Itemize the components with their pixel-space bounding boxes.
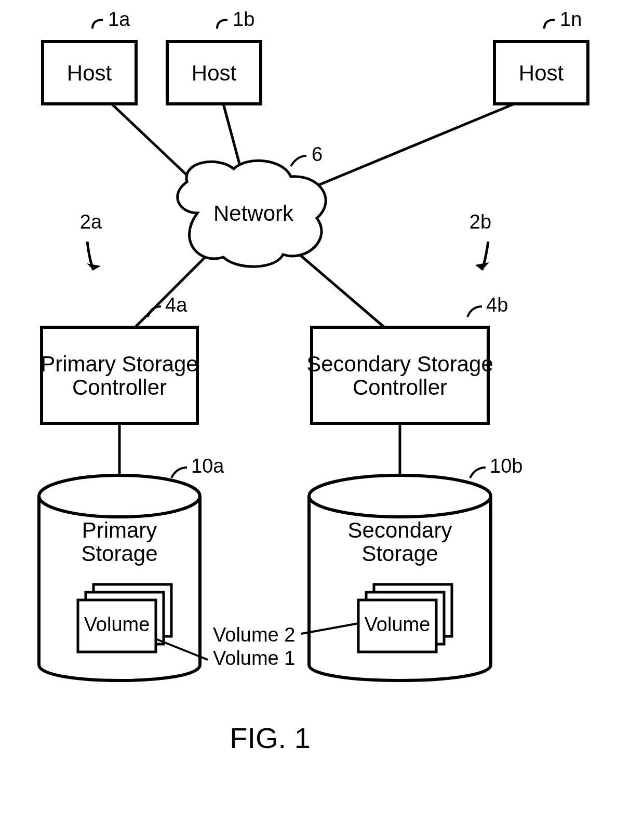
figure-caption: FIG. 1 bbox=[230, 722, 311, 754]
primary-controller-line2: Controller bbox=[72, 375, 167, 399]
ref-4a: 4a bbox=[165, 294, 187, 316]
leader-6 bbox=[291, 156, 306, 166]
leader-1n bbox=[544, 20, 555, 29]
secondary-storage-controller: Secondary Storage Controller 4b bbox=[306, 294, 508, 423]
leader-10a bbox=[171, 468, 187, 478]
secondary-volume-label: Volume bbox=[365, 613, 431, 635]
secondary-controller-line2: Controller bbox=[353, 375, 447, 399]
site-2b: 2b bbox=[469, 211, 491, 270]
ref-2a: 2a bbox=[80, 211, 102, 233]
link-host-1n-network bbox=[301, 104, 514, 192]
host-1n-label: Host bbox=[519, 61, 564, 85]
site-2a: 2a bbox=[80, 211, 102, 270]
svg-point-9 bbox=[309, 475, 491, 517]
ref-1b: 1b bbox=[233, 8, 254, 30]
primary-storage: Primary Storage 10a Volume Volume 1 bbox=[39, 455, 295, 680]
ref-6: 6 bbox=[312, 143, 323, 165]
leader-10b bbox=[470, 468, 486, 478]
leader-1b bbox=[217, 20, 227, 29]
arrow-2b-head bbox=[475, 262, 489, 270]
primary-storage-line2: Storage bbox=[81, 541, 157, 566]
ref-10b: 10b bbox=[490, 455, 522, 477]
network-cloud: Network 6 bbox=[178, 143, 326, 266]
host-1a-label: Host bbox=[67, 61, 112, 85]
secondary-storage-line1: Secondary bbox=[348, 518, 452, 542]
secondary-storage-line2: Storage bbox=[361, 541, 438, 566]
host-1n: Host 1n bbox=[494, 8, 588, 104]
primary-storage-controller: Primary Storage Controller 4a bbox=[41, 294, 198, 423]
leader-4b bbox=[467, 306, 482, 317]
primary-volume-label: Volume bbox=[84, 613, 150, 635]
link-host-1b-network bbox=[223, 104, 242, 171]
ref-4b: 4b bbox=[486, 294, 508, 316]
primary-controller-line1: Primary Storage bbox=[41, 352, 198, 376]
ref-1a: 1a bbox=[108, 8, 130, 30]
network-label: Network bbox=[213, 201, 294, 225]
system-diagram: Host 1a Host 1b Host 1n Network 6 2a 2b … bbox=[0, 0, 644, 814]
ref-1n: 1n bbox=[560, 8, 582, 30]
host-1b-label: Host bbox=[192, 61, 237, 85]
secondary-storage: Secondary Storage 10b Volume Volume 2 bbox=[213, 455, 522, 680]
arrow-2a-head bbox=[87, 263, 101, 270]
host-1a: Host 1a bbox=[43, 8, 136, 104]
leader-1a bbox=[92, 20, 103, 29]
svg-point-5 bbox=[39, 475, 200, 517]
primary-storage-line1: Primary bbox=[82, 518, 157, 542]
secondary-controller-line1: Secondary Storage bbox=[306, 352, 493, 376]
leader-4a bbox=[148, 306, 161, 317]
primary-volume-stack: Volume bbox=[78, 584, 171, 652]
ref-2b: 2b bbox=[469, 211, 491, 233]
ref-10a: 10a bbox=[191, 455, 224, 477]
secondary-volume-stack: Volume bbox=[358, 584, 452, 652]
host-1b: Host 1b bbox=[167, 8, 261, 104]
ref-volume1: Volume 1 bbox=[213, 647, 295, 669]
ref-volume2: Volume 2 bbox=[213, 624, 295, 646]
link-network-secondary-controller bbox=[293, 249, 384, 327]
